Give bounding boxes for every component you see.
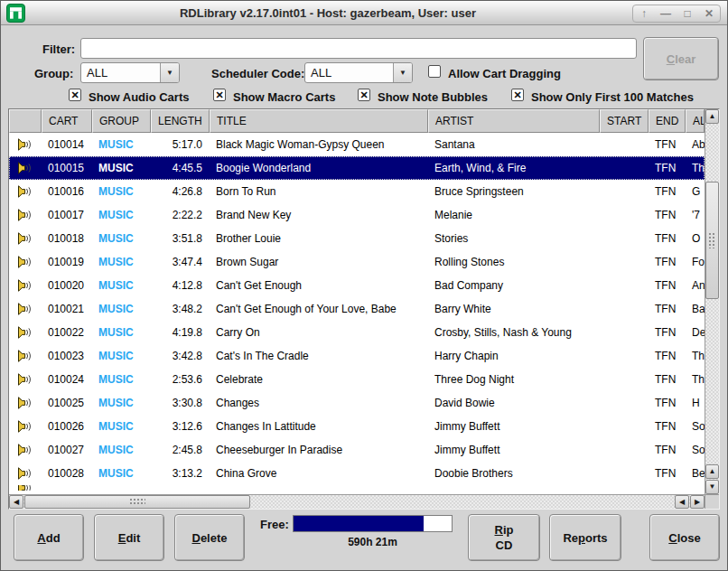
cell-cart: 010024 [42,368,92,391]
scheduler-code-select[interactable]: ALL ▼ [304,62,413,83]
cell-cart: 010021 [42,297,92,321]
cell-cart: 010016 [42,180,92,203]
scroll-up-icon[interactable]: ▲ [705,109,719,124]
close-window-icon[interactable]: ✕ [698,5,720,22]
titlebar[interactable]: RDLibrary v2.17.0int01 - Host: gazerbeam… [1,1,727,25]
header-album[interactable]: ALBUM [686,109,705,133]
table-row[interactable]: 010015MUSIC4:45.5Boogie WonderlandEarth,… [9,156,705,180]
cell-length: 3:47.4 [151,250,210,274]
table-row[interactable]: 010026MUSIC3:12.6Changes In LattitudeJim… [9,415,705,438]
table-row[interactable]: 010016MUSIC4:26.8Born To RunBruce Spring… [9,180,705,203]
delete-button[interactable]: Delete [174,514,245,561]
cell-start [600,415,649,438]
add-button[interactable]: Add [14,514,84,561]
edit-button[interactable]: Edit [94,514,164,561]
scroll-right-icon[interactable]: ▶ [690,495,705,509]
cell-length: 4:12.8 [151,274,210,297]
chevron-down-icon[interactable]: ▼ [160,63,179,82]
scroll-left-icon[interactable]: ◀ [9,495,23,509]
table-row[interactable]: 010020MUSIC4:12.8Can't Get EnoughBad Com… [9,274,705,297]
close-button[interactable]: Close [649,514,720,561]
window-title: RDLibrary v2.17.0int01 - Host: gazerbeam… [37,1,619,25]
horizontal-scrollbar[interactable]: ◀ ◀ ▶ [9,494,705,509]
show-macro-carts-label: Show Macro Carts [233,90,335,104]
table-row[interactable] [9,485,705,491]
cell-artist: Santana [428,133,600,156]
vertical-scrollbar-thumb[interactable] [705,182,719,299]
cell-end: TFN [649,297,686,321]
cell-group: MUSIC [92,321,151,344]
header-length[interactable]: LENGTH [151,109,210,133]
group-select[interactable]: ALL ▼ [80,62,180,83]
cell-title: Changes [210,391,428,415]
scroll-up-icon[interactable]: ▲ [705,464,719,479]
show-only-first-100-checkbox[interactable]: ✕ [511,89,524,101]
cell-cart: 010017 [42,203,92,227]
rip-cd-button[interactable]: Rip CD [468,514,540,561]
allow-cart-dragging-checkbox[interactable] [428,65,441,78]
clear-button[interactable]: Clear [643,37,719,80]
cell-title: Boogie Wonderland [210,156,428,180]
scheduler-code-select-value: ALL [305,63,393,82]
table-row[interactable]: 010024MUSIC2:53.6CelebrateThree Dog Nigh… [9,368,705,391]
cell-album: Fo [686,250,705,274]
table-row[interactable]: 010023MUSIC3:42.8Cat's In The CradleHarr… [9,344,705,368]
table-row[interactable]: 010019MUSIC3:47.4Brown SugarRolling Ston… [9,250,705,274]
shade-window-icon[interactable]: ↑ [633,5,655,22]
cell-title: Brand New Key [210,203,428,227]
cell-title: Brother Louie [210,227,428,250]
speaker-icon [9,368,42,391]
table-row[interactable]: 010017MUSIC2:22.2Brand New KeyMelanieTFN… [9,203,705,227]
cell-end: TFN [649,462,686,485]
checkbox-x-icon: ✕ [513,89,521,100]
cell-title: Can't Get Enough [210,274,428,297]
cell-group: MUSIC [92,133,151,156]
maximize-window-icon[interactable]: □ [677,5,698,22]
table-row[interactable]: 010014MUSIC5:17.0Black Magic Woman-Gypsy… [9,133,705,156]
cell-length: 4:19.8 [151,321,210,344]
cell-cart: 010018 [42,227,92,250]
speaker-icon [9,344,42,368]
table-row[interactable]: 010028MUSIC3:13.2China GroveDoobie Broth… [9,462,705,485]
reports-button[interactable]: Reports [549,514,621,561]
cell-start [600,438,649,462]
minimize-window-icon[interactable]: — [655,5,677,22]
checkbox-x-icon: ✕ [359,89,368,100]
show-audio-carts-checkbox[interactable]: ✕ [69,89,81,101]
table-row[interactable]: 010025MUSIC3:30.8ChangesDavid BowieTFNH [9,391,705,415]
cell-start [600,250,649,274]
cell-album: Be [686,462,705,485]
header-group[interactable]: GROUP [92,109,151,133]
header-start[interactable]: START [600,109,649,133]
cell-group: MUSIC [92,415,151,438]
cell-title: Black Magic Woman-Gypsy Queen [210,133,428,156]
show-macro-carts-checkbox[interactable]: ✕ [213,89,226,101]
cell-start [600,274,649,297]
scroll-left-icon[interactable]: ◀ [675,495,689,509]
table-row[interactable]: 010018MUSIC3:51.8Brother LouieStoriesTFN… [9,227,705,250]
cell-group: MUSIC [92,462,151,485]
filter-input[interactable] [80,38,637,59]
cell-album: An [686,274,705,297]
cell-album [686,485,705,491]
vertical-scrollbar[interactable]: ▲ ▲ ▼ [705,109,719,494]
speaker-icon [9,391,42,415]
chevron-down-icon[interactable]: ▼ [393,63,412,82]
table-row[interactable]: 010022MUSIC4:19.8Carry OnCrosby, Stills,… [9,321,705,344]
header-artist[interactable]: ARTIST [428,109,600,133]
header-end[interactable]: END [649,109,686,133]
table-row[interactable]: 010021MUSIC3:48.2Can't Get Enough of You… [9,297,705,321]
show-note-bubbles-checkbox[interactable]: ✕ [358,89,370,101]
header-cart[interactable]: CART [42,109,92,133]
horizontal-scrollbar-thumb[interactable] [24,495,250,509]
show-only-first-100-label: Show Only First 100 Matches [531,90,694,104]
cell-title: Changes In Lattitude [210,415,428,438]
scroll-down-icon[interactable]: ▼ [705,480,719,494]
header-icon-column[interactable] [9,109,42,133]
cell-album: Th [686,344,705,368]
window-controls: ↑ — □ ✕ [632,5,721,23]
cart-table: CART GROUP LENGTH TITLE ARTIST START END… [8,108,720,510]
cell-album: H [686,391,705,415]
table-row[interactable]: 010027MUSIC2:45.8Cheeseburger In Paradis… [9,438,705,462]
header-title[interactable]: TITLE [210,109,428,133]
